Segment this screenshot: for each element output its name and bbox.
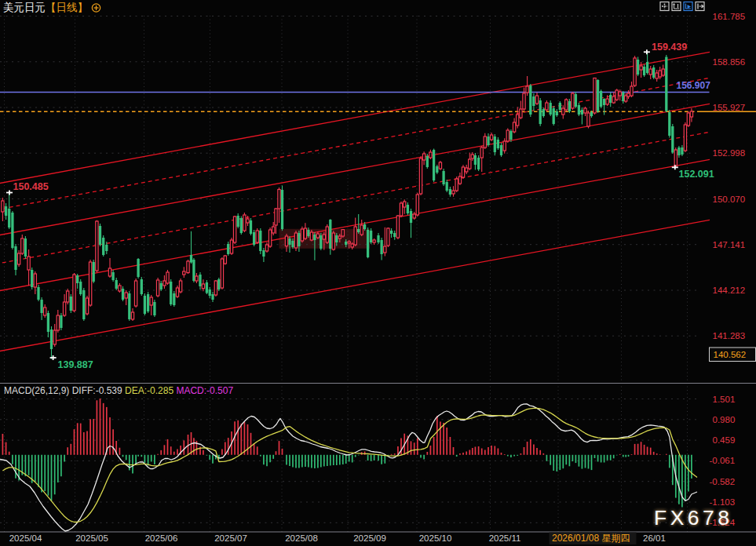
svg-text:2026/01/08 星期四: 2026/01/08 星期四 xyxy=(552,533,630,544)
svg-text:141.283: 141.283 xyxy=(713,331,746,340)
svg-text:2025/09: 2025/09 xyxy=(353,533,386,543)
svg-text:MACD(26,12,9) DIFF:-0.539 DEA:: MACD(26,12,9) DIFF:-0.539 DEA:-0.285 MAC… xyxy=(4,385,233,396)
svg-text:26/01: 26/01 xyxy=(643,533,666,543)
svg-text:152.998: 152.998 xyxy=(713,148,746,158)
svg-text:2025/07: 2025/07 xyxy=(214,533,247,543)
svg-text:0.980: 0.980 xyxy=(713,415,736,424)
svg-text:158.856: 158.856 xyxy=(713,57,746,67)
svg-text:2025/10: 2025/10 xyxy=(419,533,452,543)
svg-text:156.907: 156.907 xyxy=(677,80,711,91)
svg-text:152.091: 152.091 xyxy=(679,169,714,180)
svg-text:2025/06: 2025/06 xyxy=(145,533,178,543)
svg-text:-0.582: -0.582 xyxy=(710,477,736,486)
svg-text:FX678: FX678 xyxy=(654,506,733,530)
svg-text:2025/11: 2025/11 xyxy=(489,533,521,543)
svg-text:150.485: 150.485 xyxy=(13,181,49,192)
svg-text:155.927: 155.927 xyxy=(713,103,746,112)
svg-text:2025/08: 2025/08 xyxy=(285,533,318,543)
svg-text:2025/04: 2025/04 xyxy=(9,533,42,543)
svg-text:140.562: 140.562 xyxy=(714,350,747,359)
svg-text:159.439: 159.439 xyxy=(652,42,687,53)
svg-text:161.785: 161.785 xyxy=(713,12,746,21)
svg-text:144.212: 144.212 xyxy=(713,286,746,295)
svg-text:150.070: 150.070 xyxy=(713,195,746,204)
svg-text:美元日元【日线】: 美元日元【日线】 xyxy=(3,2,88,13)
svg-text:0.459: 0.459 xyxy=(713,435,736,445)
svg-text:2025/05: 2025/05 xyxy=(75,533,108,543)
svg-text:139.887: 139.887 xyxy=(58,359,93,370)
svg-text:-0.061: -0.061 xyxy=(710,456,736,465)
svg-text:1.501: 1.501 xyxy=(713,395,736,404)
svg-text:147.141: 147.141 xyxy=(713,240,746,249)
